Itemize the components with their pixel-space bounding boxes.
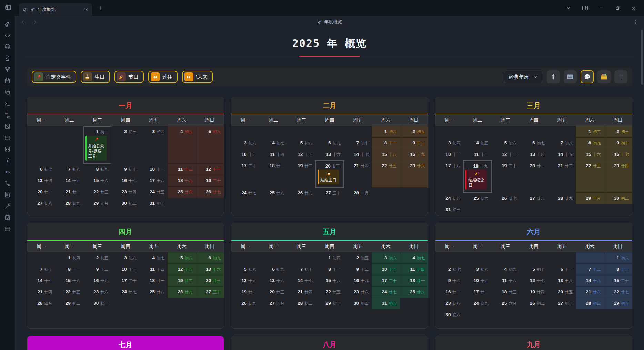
month-title: 五月 [231,223,428,241]
back-button[interactable] [21,19,27,25]
day-cell: 15十八 [372,149,400,160]
legend-future-button[interactable]: \未来 [182,71,213,83]
lunar-label: 十三 [509,152,516,157]
day-date: 4初九 [504,266,517,272]
event-card[interactable]: 结婚纪念日 [465,170,486,190]
day-cell: 17二十 [231,160,259,188]
day-cell: 15十六 [83,175,111,187]
day-date: 25六月 [502,300,516,306]
legend-birthday-button[interactable]: 生日 [81,71,110,83]
lunar-label: 廿九 [185,290,193,294]
day-cell: 16十九 [83,275,111,287]
day-cell: 18廿一 [259,160,287,188]
lunar-label: 廿八 [452,301,460,306]
lunar-label: 初七 [276,141,284,145]
lunar-label: 十七 [361,152,369,157]
day-date: 7初八 [561,140,573,146]
day-cell [372,188,400,199]
new-tab-button[interactable] [98,5,103,11]
tab-year-overview[interactable]: 年度概览 [19,3,92,16]
day-cell: 30初六 [435,309,463,321]
ribbon-binary-icon[interactable]: 0110 [4,111,11,118]
week-row: 12十五13十六14十七15十八16十九17二十18廿一 [231,275,428,287]
add-button[interactable] [614,70,627,83]
lunar-label: 初三 [100,301,108,306]
sidebar-toggle-icon[interactable] [4,4,12,11]
lunar-label: 廿六 [417,164,425,168]
lunar-label: 廿七 [509,196,516,200]
legend-festival-button[interactable]: 节日 [114,71,144,83]
ribbon-copy-icon[interactable] [4,89,11,96]
close-icon[interactable] [631,5,636,11]
day-date: 4初五 [476,140,489,146]
ribbon-table-icon[interactable] [4,225,11,232]
scrollbar-thumb[interactable] [641,30,643,85]
day-cell [463,204,491,216]
ribbon-grid-icon[interactable] [4,146,11,152]
ribbon-newspaper-icon[interactable] [4,191,11,198]
restore-icon[interactable] [615,5,620,11]
month-card-3: 三月周一周二周三周四周五周六周日1初二2初三3初四4初五5初六6初七7初八8初九… [435,97,632,216]
comments-button[interactable] [581,70,594,83]
day-date: 12十七 [530,277,545,283]
ribbon-git-fork-icon[interactable] [4,66,11,73]
day-cell: 29正月 [83,198,111,209]
legend-custom-event-button[interactable]: 自定义事件 [32,71,76,83]
ribbon-calendar-check-icon[interactable] [4,214,11,221]
lunar-label: 十五 [72,179,80,183]
lunar-label: 初八 [248,267,256,271]
legend-past-button[interactable]: 过往 [148,71,178,83]
ribbon-code-icon[interactable] [4,32,11,39]
files-button[interactable] [597,70,611,83]
lunar-label: 初九 [509,267,516,271]
lunar-label: 十二 [185,167,193,171]
minimize-icon[interactable] [599,5,604,11]
ribbon-wand-icon[interactable] [4,202,11,209]
ribbon-layout-panel-icon[interactable] [4,134,11,141]
view-style-select[interactable]: 经典年历 [504,71,543,83]
day-cell: 26廿九 [168,287,195,298]
day-date: 11十四 [150,266,164,272]
weekday-label: 周三 [83,241,111,252]
day-date: 22廿七 [614,289,629,295]
day-date: 12十三 [502,151,516,157]
tab-list-chevron-icon[interactable] [566,5,571,11]
lunar-label: 廿九 [304,191,312,195]
tab-close-icon[interactable] [84,7,89,12]
more-options-button[interactable] [633,19,638,25]
view-title: 年度概览 [317,19,342,25]
day-cell: 12十七 [520,275,547,287]
ribbon-calendar-icon[interactable] [4,77,11,84]
ribbon-milestone-icon[interactable] [4,180,11,187]
ribbon-smiley-icon[interactable] [4,43,11,50]
ribbon-file-search-icon[interactable] [4,54,11,61]
forward-button[interactable] [31,19,37,25]
day-cell [520,126,547,138]
weekday-label: 周日 [604,241,632,252]
day-cell [196,298,224,309]
event-card[interactable]: 开始公众号-极客工具 [85,136,107,161]
day-date: 8十三 [616,266,629,272]
event-card[interactable]: 娃娃生日 [318,170,339,184]
export-button[interactable] [547,70,560,83]
ribbon-dice-icon[interactable] [4,123,11,130]
week-row: 31初三 [435,204,632,216]
ribbon-templater-icon[interactable]: <% [4,168,11,175]
day-date: 27三十 [326,190,341,196]
lunar-label: 初十 [537,267,545,271]
day-cell [315,126,343,138]
lunar-label: 十五 [248,279,256,283]
day-date: 24廿七 [382,289,397,295]
lunar-label: 廿七 [213,190,221,194]
right-sidebar-toggle-icon[interactable] [582,4,588,11]
day-date: 15十八 [382,151,397,157]
day-cell: 8十一 [315,264,343,275]
ribbon-file-plus-icon[interactable] [4,157,11,164]
lunar-label: 十二 [481,152,489,157]
day-cell: 6初九 [315,138,343,149]
ribbon-terminal-icon[interactable] [4,100,11,107]
weekday-label: 周一 [231,241,259,252]
abc-button[interactable]: abc [564,70,577,83]
ribbon-telescope-icon[interactable] [4,20,11,27]
rewind-icon [151,72,160,81]
